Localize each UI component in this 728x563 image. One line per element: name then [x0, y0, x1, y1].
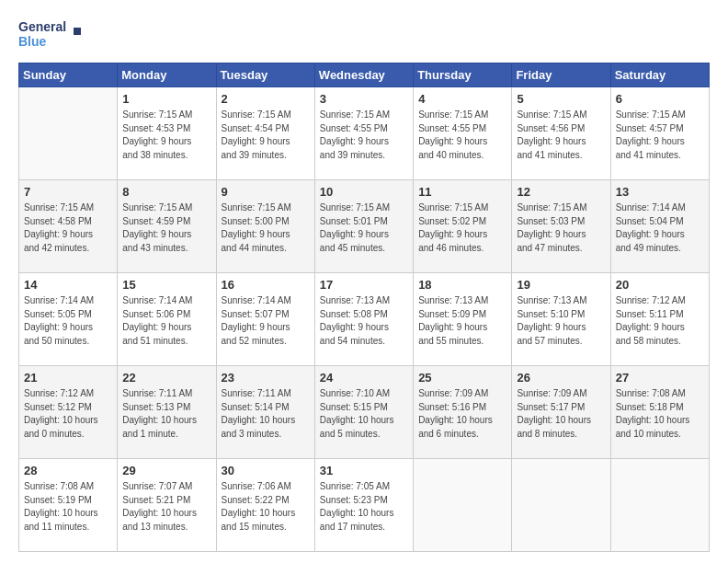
day-cell: 18Sunrise: 7:13 AMSunset: 5:09 PMDayligh…: [414, 273, 512, 366]
day-number: 9: [222, 184, 310, 201]
svg-marker-3: [74, 28, 81, 35]
day-number: 28: [24, 463, 112, 479]
day-cell: 5Sunrise: 7:15 AMSunset: 4:56 PMDaylight…: [512, 87, 610, 180]
day-info: Sunrise: 7:11 AMSunset: 5:14 PMDaylight:…: [222, 387, 310, 441]
header: General Blue: [18, 15, 710, 53]
day-info: Sunrise: 7:15 AMSunset: 4:55 PMDaylight:…: [418, 109, 506, 162]
week-row-5: 28Sunrise: 7:08 AMSunset: 5:19 PMDayligh…: [19, 459, 710, 552]
day-number: 20: [616, 277, 704, 293]
day-cell: 10Sunrise: 7:15 AMSunset: 5:01 PMDayligh…: [314, 180, 413, 273]
day-cell: 7Sunrise: 7:15 AMSunset: 4:58 PMDaylight…: [19, 180, 118, 273]
day-cell: 2Sunrise: 7:15 AMSunset: 4:54 PMDaylight…: [216, 87, 314, 180]
day-cell: 14Sunrise: 7:14 AMSunset: 5:05 PMDayligh…: [19, 273, 118, 366]
col-header-saturday: Saturday: [610, 63, 709, 87]
day-info: Sunrise: 7:14 AMSunset: 5:06 PMDaylight:…: [122, 294, 210, 348]
day-number: 16: [222, 277, 310, 293]
day-info: Sunrise: 7:15 AMSunset: 4:57 PMDaylight:…: [616, 109, 704, 162]
day-info: Sunrise: 7:14 AMSunset: 5:05 PMDaylight:…: [24, 294, 112, 348]
day-number: 23: [222, 370, 310, 386]
day-cell: [414, 459, 512, 552]
day-info: Sunrise: 7:09 AMSunset: 5:17 PMDaylight:…: [517, 387, 605, 441]
day-cell: 20Sunrise: 7:12 AMSunset: 5:11 PMDayligh…: [610, 273, 709, 366]
page: General Blue SundayMondayTuesdayWednesda…: [0, 0, 728, 563]
day-info: Sunrise: 7:12 AMSunset: 5:12 PMDaylight:…: [24, 387, 112, 441]
day-cell: 11Sunrise: 7:15 AMSunset: 5:02 PMDayligh…: [414, 180, 512, 273]
day-info: Sunrise: 7:13 AMSunset: 5:09 PMDaylight:…: [418, 294, 506, 348]
day-info: Sunrise: 7:09 AMSunset: 5:16 PMDaylight:…: [418, 387, 506, 441]
day-info: Sunrise: 7:15 AMSunset: 4:54 PMDaylight:…: [222, 109, 310, 162]
day-cell: 15Sunrise: 7:14 AMSunset: 5:06 PMDayligh…: [118, 273, 216, 366]
day-number: 7: [24, 184, 112, 201]
day-cell: 28Sunrise: 7:08 AMSunset: 5:19 PMDayligh…: [19, 459, 118, 552]
day-info: Sunrise: 7:11 AMSunset: 5:13 PMDaylight:…: [122, 387, 210, 441]
day-info: Sunrise: 7:15 AMSunset: 5:02 PMDaylight:…: [418, 201, 506, 255]
day-cell: 22Sunrise: 7:11 AMSunset: 5:13 PMDayligh…: [118, 366, 216, 459]
week-row-1: 1Sunrise: 7:15 AMSunset: 4:53 PMDaylight…: [19, 87, 710, 180]
col-header-friday: Friday: [512, 63, 610, 87]
day-cell: 3Sunrise: 7:15 AMSunset: 4:55 PMDaylight…: [314, 87, 413, 180]
day-number: 11: [418, 184, 506, 201]
day-cell: 21Sunrise: 7:12 AMSunset: 5:12 PMDayligh…: [19, 366, 118, 459]
day-number: 27: [616, 370, 704, 386]
day-cell: [610, 459, 709, 552]
day-cell: 26Sunrise: 7:09 AMSunset: 5:17 PMDayligh…: [512, 366, 610, 459]
day-cell: 24Sunrise: 7:10 AMSunset: 5:15 PMDayligh…: [314, 366, 413, 459]
day-cell: 16Sunrise: 7:14 AMSunset: 5:07 PMDayligh…: [216, 273, 314, 366]
day-info: Sunrise: 7:14 AMSunset: 5:04 PMDaylight:…: [616, 201, 704, 255]
day-number: 4: [418, 91, 506, 108]
logo-svg: General Blue: [18, 15, 83, 53]
day-cell: 9Sunrise: 7:15 AMSunset: 5:00 PMDaylight…: [216, 180, 314, 273]
day-number: 22: [122, 370, 210, 386]
day-info: Sunrise: 7:15 AMSunset: 4:56 PMDaylight:…: [517, 109, 605, 162]
day-cell: 1Sunrise: 7:15 AMSunset: 4:53 PMDaylight…: [118, 87, 216, 180]
day-info: Sunrise: 7:15 AMSunset: 4:53 PMDaylight:…: [122, 109, 210, 162]
day-number: 17: [320, 277, 408, 293]
day-cell: [19, 87, 118, 180]
day-info: Sunrise: 7:06 AMSunset: 5:22 PMDaylight:…: [222, 480, 310, 534]
day-cell: 12Sunrise: 7:15 AMSunset: 5:03 PMDayligh…: [512, 180, 610, 273]
day-cell: 17Sunrise: 7:13 AMSunset: 5:08 PMDayligh…: [314, 273, 413, 366]
day-info: Sunrise: 7:13 AMSunset: 5:10 PMDaylight:…: [517, 294, 605, 348]
logo: General Blue: [18, 15, 83, 53]
day-number: 29: [122, 463, 210, 479]
day-info: Sunrise: 7:15 AMSunset: 5:03 PMDaylight:…: [517, 201, 605, 255]
svg-text:General: General: [18, 19, 66, 34]
day-number: 30: [222, 463, 310, 479]
day-number: 21: [24, 370, 112, 386]
day-number: 5: [517, 91, 605, 108]
day-info: Sunrise: 7:12 AMSunset: 5:11 PMDaylight:…: [616, 294, 704, 348]
day-info: Sunrise: 7:08 AMSunset: 5:18 PMDaylight:…: [616, 387, 704, 441]
day-info: Sunrise: 7:15 AMSunset: 4:58 PMDaylight:…: [24, 201, 112, 255]
day-number: 15: [122, 277, 210, 293]
day-cell: 19Sunrise: 7:13 AMSunset: 5:10 PMDayligh…: [512, 273, 610, 366]
day-cell: 8Sunrise: 7:15 AMSunset: 4:59 PMDaylight…: [118, 180, 216, 273]
week-row-3: 14Sunrise: 7:14 AMSunset: 5:05 PMDayligh…: [19, 273, 710, 366]
day-number: 8: [122, 184, 210, 201]
day-info: Sunrise: 7:08 AMSunset: 5:19 PMDaylight:…: [24, 480, 112, 534]
week-row-4: 21Sunrise: 7:12 AMSunset: 5:12 PMDayligh…: [19, 366, 710, 459]
day-number: 10: [320, 184, 408, 201]
day-number: 14: [24, 277, 112, 293]
day-info: Sunrise: 7:15 AMSunset: 5:01 PMDaylight:…: [320, 201, 408, 255]
day-number: 25: [418, 370, 506, 386]
svg-text:Blue: Blue: [18, 34, 47, 49]
day-info: Sunrise: 7:07 AMSunset: 5:21 PMDaylight:…: [122, 480, 210, 534]
day-info: Sunrise: 7:10 AMSunset: 5:15 PMDaylight:…: [320, 387, 408, 441]
day-number: 13: [616, 184, 704, 201]
day-cell: 27Sunrise: 7:08 AMSunset: 5:18 PMDayligh…: [610, 366, 709, 459]
day-cell: 30Sunrise: 7:06 AMSunset: 5:22 PMDayligh…: [216, 459, 314, 552]
day-info: Sunrise: 7:15 AMSunset: 5:00 PMDaylight:…: [222, 201, 310, 255]
day-cell: 4Sunrise: 7:15 AMSunset: 4:55 PMDaylight…: [414, 87, 512, 180]
day-cell: 13Sunrise: 7:14 AMSunset: 5:04 PMDayligh…: [610, 180, 709, 273]
day-number: 19: [517, 277, 605, 293]
day-cell: [512, 459, 610, 552]
day-number: 12: [517, 184, 605, 201]
calendar-table: SundayMondayTuesdayWednesdayThursdayFrid…: [18, 63, 710, 552]
col-header-sunday: Sunday: [19, 63, 118, 87]
day-info: Sunrise: 7:15 AMSunset: 4:59 PMDaylight:…: [122, 201, 210, 255]
day-info: Sunrise: 7:15 AMSunset: 4:55 PMDaylight:…: [320, 109, 408, 162]
day-number: 24: [320, 370, 408, 386]
day-number: 2: [222, 91, 310, 108]
col-header-wednesday: Wednesday: [314, 63, 413, 87]
col-header-tuesday: Tuesday: [216, 63, 314, 87]
